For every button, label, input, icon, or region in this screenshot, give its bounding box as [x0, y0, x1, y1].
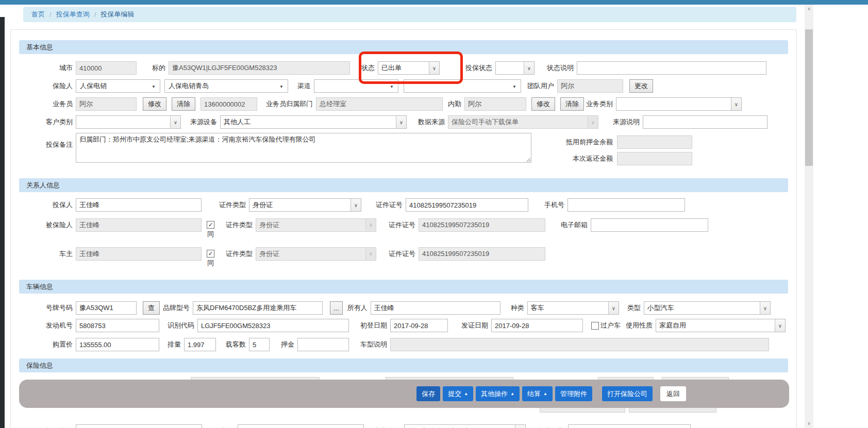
sign-date-field[interactable]	[568, 424, 691, 428]
change-team-user-button[interactable]: 更改	[629, 79, 653, 93]
engine-field[interactable]	[76, 319, 159, 332]
owner-label: 车主	[19, 249, 73, 259]
customer-type-select[interactable]: ∨	[76, 115, 181, 129]
scrollbar-thumb[interactable]	[805, 29, 813, 166]
policy-no-field[interactable]	[238, 424, 364, 428]
insurer-branch-select[interactable]: 人保电销青岛 ▼	[164, 79, 288, 93]
chevron-down-icon: ∨	[588, 116, 598, 128]
subject-label: 标的	[152, 63, 165, 73]
displacement-label: 排量	[168, 340, 181, 349]
apply-status-select[interactable]: ∨	[495, 61, 535, 75]
form-panel: 基本信息 城市 标的 状态 已出单 ∨ 投保状态 ∨ 状态说明 保险人 人保电销…	[10, 29, 797, 428]
deposit-column: 抵用前押金余额 本次返还金额	[555, 133, 692, 165]
plate-label: 号牌号码	[19, 303, 73, 313]
vehicle-owner-field[interactable]	[371, 301, 500, 315]
insurer-select[interactable]: 人保电销 ▼	[76, 79, 160, 93]
phone-label: 手机号	[544, 200, 564, 210]
open-insurer-button[interactable]: 打开保险公司	[602, 386, 653, 401]
insured-cert-type-select: 身份证 ∨	[256, 218, 376, 232]
caret-down-icon: ▼	[390, 84, 394, 89]
brand-field[interactable]	[193, 301, 323, 315]
status-desc-field[interactable]	[577, 61, 766, 75]
owner-same-checkbox[interactable]: ✓	[207, 250, 214, 258]
vehicle-row-2: 发动机号 识别代码 初登日期 发证日期 过户车 使用性质 家庭自用 ∨	[19, 319, 788, 332]
settle-button[interactable]: 结算 ▲	[522, 386, 553, 401]
type-label: 类型	[627, 303, 641, 313]
status-label: 状态	[361, 63, 375, 73]
customer-type-label: 客户类别	[19, 117, 73, 127]
data-source-value: 保险公司手动下载保单	[448, 117, 531, 127]
insured-same-checkbox[interactable]: ✓	[207, 221, 214, 229]
basic-row-4: 客户类别 ∨ 来源设备 其他人工 ∨ 数据来源 保险公司手动下载保单 ∨ 来源说…	[19, 115, 788, 129]
data-source-select: 保险公司手动下载保单 ∨	[448, 115, 598, 129]
chevron-down-icon: ∨	[760, 302, 770, 314]
brand-more-button[interactable]: ...	[330, 301, 343, 315]
back-button[interactable]: 返回	[660, 386, 686, 401]
seats-field[interactable]	[249, 338, 270, 351]
price-label: 购置价	[19, 340, 73, 349]
internal-modify-button[interactable]: 修改	[531, 97, 555, 111]
apply-no-field[interactable]	[76, 424, 202, 428]
relations-row-applicant: 投保人 证件类型 身份证 ∨ 证件证号 手机号	[19, 198, 788, 212]
cert-type-value: 身份证	[256, 220, 292, 230]
transfer-checkbox[interactable]	[591, 322, 599, 330]
plate-field[interactable]	[76, 301, 137, 315]
chevron-down-icon: ∨	[396, 116, 406, 128]
status-select[interactable]: 已出单 ∨	[378, 61, 440, 75]
basic-row-1: 城市 标的 状态 已出单 ∨ 投保状态 ∨ 状态说明	[19, 61, 788, 75]
remark-textarea[interactable]: 归属部门：郑州市中原支公司经理室;来源渠道：河南京裕汽车保险代理有限公司	[76, 133, 531, 163]
breadcrumb-home-link[interactable]: 首页	[31, 10, 45, 19]
first-reg-field[interactable]	[390, 319, 448, 332]
channel-sub-select[interactable]: ▼	[404, 79, 521, 93]
insurer-select-value: 人保电销	[76, 81, 117, 91]
salesman-clear-button[interactable]: 清除	[172, 97, 195, 111]
manage-attachments-button[interactable]: 管理附件	[555, 386, 592, 401]
breadcrumb-separator: /	[94, 11, 96, 19]
vehicle-owner-label: 所有人	[347, 303, 368, 313]
source-device-select[interactable]: 其他人工 ∨	[220, 115, 407, 129]
caret-up-icon: ▲	[543, 391, 547, 396]
section-header-insurance: 保险信息	[19, 358, 788, 372]
internal-staff-field	[464, 97, 526, 111]
scroll-up-arrow-icon[interactable]: ∧	[805, 6, 813, 11]
usage-select[interactable]: 家庭自用 ∨	[656, 319, 786, 332]
internal-staff-label: 内勤	[448, 99, 461, 109]
phone-field[interactable]	[567, 198, 685, 212]
kind-select[interactable]: 客车 ∨	[527, 301, 619, 315]
vertical-scrollbar[interactable]: ∧ ∨	[805, 5, 813, 428]
breadcrumb-query-link[interactable]: 投保单查询	[56, 10, 90, 19]
type-select[interactable]: 小型汽车 ∨	[644, 301, 771, 315]
business-type-select[interactable]: ∨	[616, 97, 742, 111]
email-field[interactable]	[591, 218, 708, 232]
applicant-cert-no-field[interactable]	[406, 198, 528, 212]
salesman-phone-field	[201, 97, 257, 111]
cert-type-value: 身份证	[256, 249, 292, 259]
internal-clear-button[interactable]: 清除	[560, 97, 584, 111]
applicant-cert-type-select[interactable]: 身份证 ∨	[249, 198, 361, 212]
issue-date-field[interactable]	[491, 319, 583, 332]
cert-no-label: 证件证号	[376, 200, 403, 210]
scroll-down-arrow-icon[interactable]: ∨	[805, 421, 813, 426]
submit-button[interactable]: 提交 ▲	[443, 386, 473, 401]
channel-label: 渠道	[297, 81, 311, 91]
channel-select[interactable]: ▼	[314, 79, 398, 93]
applicant-field[interactable]	[76, 198, 202, 212]
vin-field[interactable]	[197, 319, 349, 332]
engine-label: 发动机号	[19, 321, 73, 330]
owner-cert-type-select: 身份证 ∨	[256, 247, 376, 261]
other-actions-button[interactable]: 其他操作 ▲	[476, 386, 520, 401]
first-reg-label: 初登日期	[360, 321, 387, 330]
displacement-field[interactable]	[184, 338, 216, 351]
salesman-modify-button[interactable]: 修改	[143, 97, 166, 111]
plate-query-button[interactable]: 查	[143, 301, 160, 315]
section-title: 关系人信息	[26, 181, 60, 190]
vehicle-deposit-field[interactable]	[297, 338, 349, 351]
city-field	[76, 61, 137, 75]
source-device-label: 来源设备	[190, 117, 217, 127]
price-field[interactable]	[76, 338, 159, 351]
source-desc-field[interactable]	[643, 115, 767, 129]
account-select[interactable]: 人保电销|人保电销青岛 ∨	[404, 424, 526, 428]
save-button[interactable]: 保存	[416, 386, 440, 401]
chevron-down-icon: ∨	[170, 116, 180, 128]
team-user-field	[557, 79, 623, 93]
